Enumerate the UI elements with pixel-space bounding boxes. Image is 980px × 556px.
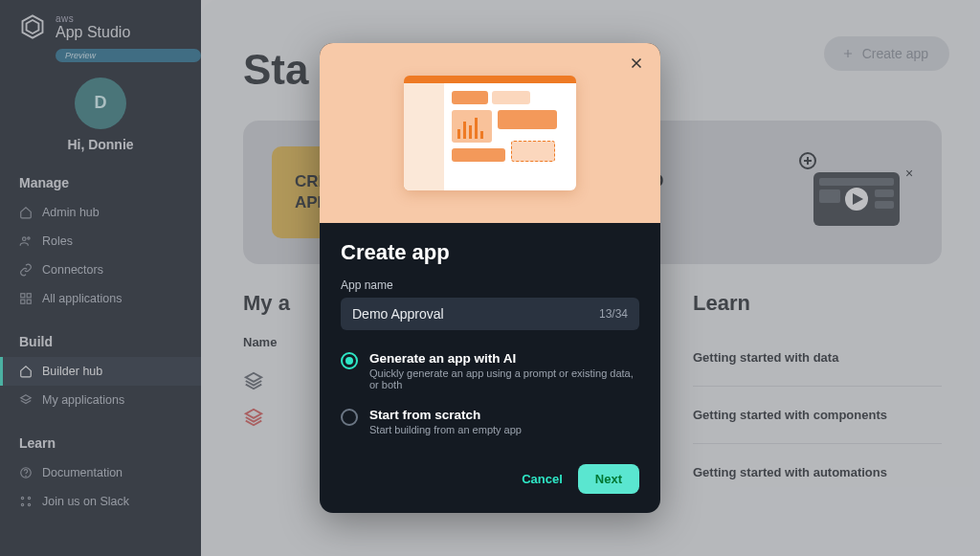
app-mockup-illustration <box>404 76 576 190</box>
app-name-input-wrap[interactable]: 13/34 <box>341 298 639 330</box>
app-name-label: App name <box>341 278 639 292</box>
option-generate-ai[interactable]: Generate an app with AI Quickly generate… <box>341 345 639 402</box>
option-sub: Quickly generate an app using a prompt o… <box>369 367 639 390</box>
app-name-input[interactable] <box>352 306 599 322</box>
option-title: Start from scratch <box>369 408 522 422</box>
create-app-modal: Create app App name 13/34 Generate an ap… <box>320 43 660 513</box>
char-count: 13/34 <box>599 307 628 321</box>
radio-icon <box>341 409 358 426</box>
next-button[interactable]: Next <box>578 464 639 494</box>
option-start-scratch[interactable]: Start from scratch Start building from a… <box>341 402 639 447</box>
radio-icon <box>341 352 358 369</box>
option-sub: Start building from an empty app <box>369 424 522 435</box>
modal-overlay[interactable]: Create app App name 13/34 Generate an ap… <box>0 0 980 556</box>
cancel-button[interactable]: Cancel <box>522 472 563 486</box>
close-icon[interactable] <box>628 55 647 74</box>
modal-hero-graphic <box>320 43 660 223</box>
option-title: Generate an app with AI <box>369 351 639 366</box>
modal-title: Create app <box>341 240 639 265</box>
